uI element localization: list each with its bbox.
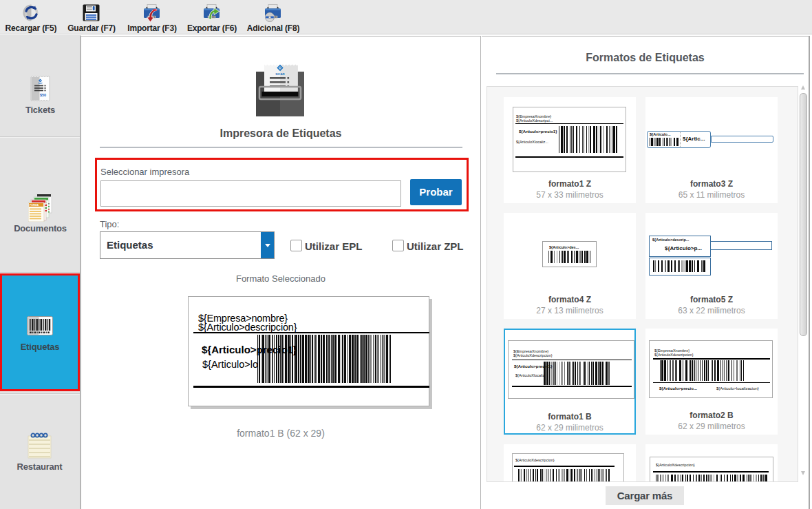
- svg-text:$50: $50: [40, 93, 46, 97]
- svg-text:SICAR: SICAR: [275, 72, 285, 76]
- svg-text:FORMA: FORMA: [30, 204, 39, 207]
